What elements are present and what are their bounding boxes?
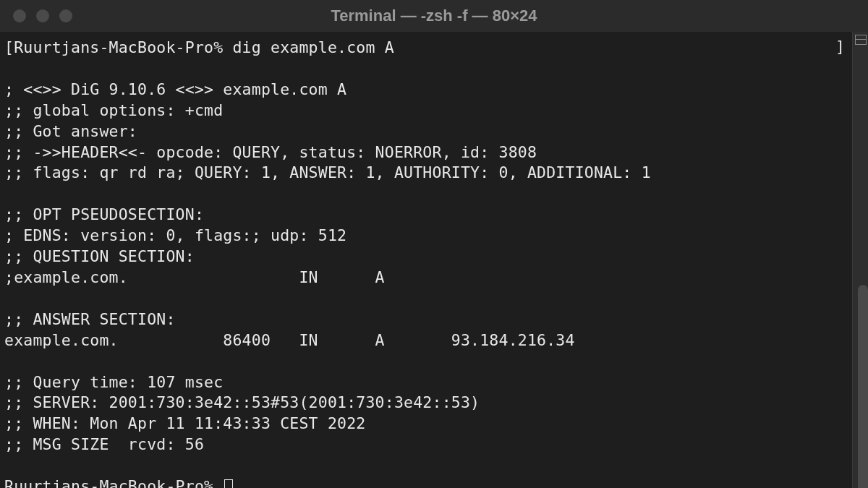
output-line: ;; flags: qr rd ra; QUERY: 1, ANSWER: 1,… bbox=[4, 163, 651, 181]
output-line: ;; global options: +cmd bbox=[4, 101, 223, 119]
output-line: ;example.com. IN A bbox=[4, 268, 385, 286]
terminal-window: Terminal — -zsh -f — 80×24 [Ruurtjans-Ma… bbox=[0, 0, 868, 488]
window-title: Terminal — -zsh -f — 80×24 bbox=[0, 7, 868, 25]
split-pane-icon[interactable] bbox=[855, 35, 867, 45]
output-line: ;; Got answer: bbox=[4, 122, 137, 140]
output-line: ;; OPT PSEUDOSECTION: bbox=[4, 205, 204, 223]
titlebar[interactable]: Terminal — -zsh -f — 80×24 bbox=[0, 0, 868, 32]
output-line: ;; QUESTION SECTION: bbox=[4, 247, 195, 265]
close-icon[interactable] bbox=[13, 9, 26, 22]
line-end-bracket: ] bbox=[835, 38, 845, 56]
output-line: ; <<>> DiG 9.10.6 <<>> example.com A bbox=[4, 80, 346, 98]
output-line: ;; Query time: 107 msec bbox=[4, 373, 223, 391]
minimize-icon[interactable] bbox=[36, 9, 49, 22]
output-line: ;; ->>HEADER<<- opcode: QUERY, status: N… bbox=[4, 143, 537, 161]
prompt-line: Ruurtjans-MacBook-Pro% bbox=[4, 477, 223, 488]
output-line: ;; WHEN: Mon Apr 11 11:43:33 CEST 2022 bbox=[4, 414, 365, 432]
scrollbar-thumb[interactable] bbox=[858, 285, 868, 488]
output-line: ; EDNS: version: 0, flags:; udp: 512 bbox=[4, 226, 346, 244]
terminal-area[interactable]: [Ruurtjans-MacBook-Pro% dig example.com … bbox=[0, 32, 868, 488]
output-line: ;; MSG SIZE rcvd: 56 bbox=[4, 435, 204, 453]
terminal-output[interactable]: [Ruurtjans-MacBook-Pro% dig example.com … bbox=[0, 32, 852, 488]
output-line: ;; ANSWER SECTION: bbox=[4, 310, 176, 328]
zoom-icon[interactable] bbox=[59, 9, 72, 22]
output-line: ;; SERVER: 2001:730:3e42::53#53(2001:730… bbox=[4, 393, 480, 411]
output-line: example.com. 86400 IN A 93.184.216.34 bbox=[4, 331, 575, 349]
prompt-line: [Ruurtjans-MacBook-Pro% dig example.com … bbox=[4, 38, 394, 56]
traffic-lights bbox=[0, 9, 72, 22]
cursor-icon bbox=[224, 479, 233, 488]
